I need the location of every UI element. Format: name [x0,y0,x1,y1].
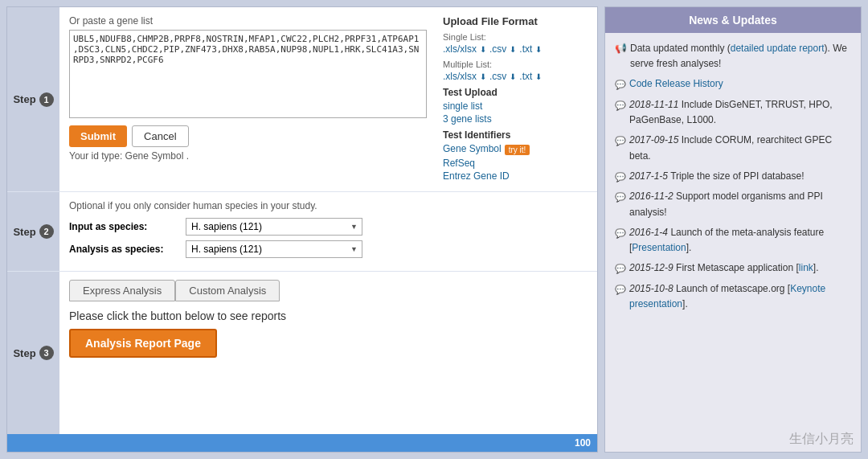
step2-number: 2 [39,224,54,239]
news-date-2: 2017-09-15 [629,134,678,145]
step3-content: Express Analysis Custom Analysis Please … [59,272,597,366]
multi-csv-icon: ⬇ [510,72,516,81]
txt-download-icon: ⬇ [535,45,542,54]
news-icon-6: 💬 [615,262,626,277]
presentation-link[interactable]: Presentation [632,242,686,253]
gene-symbol-link[interactable]: Gene Symbol [443,143,502,154]
try-it-badge[interactable]: try it! [505,145,530,155]
news-header: News & Updates [605,7,861,33]
test-upload-label: Test Upload [443,87,588,98]
test-identifiers-label: Test Identifiers [443,129,588,141]
id-type-text: Your id type: Gene Symbol . [69,150,427,162]
btn-row: Submit Cancel [69,125,427,147]
detailed-update-link[interactable]: detailed update report [731,43,825,54]
step1-content: Or paste a gene list UBL5,NDUFB8,CHMP2B,… [59,7,597,191]
news-item-7-text: 2015-10-8 Launch of metascape.org [Keyno… [629,281,851,312]
upload-area: Upload File Format Single List: .xls/xls… [443,15,588,183]
steps-container: Step 1 Or paste a gene list UBL5,NDUFB8,… [7,7,597,434]
csv-download-icon: ⬇ [510,45,516,54]
step2-label: Step 2 [7,192,59,271]
news-panel: News & Updates 📢 Data updated monthly (d… [604,6,862,453]
watermark: 生信小月亮 [789,431,854,448]
step3-row: Step 3 Express Analysis Custom Analysis … [7,272,597,434]
main-panel: Step 1 Or paste a gene list UBL5,NDUFB8,… [6,6,598,453]
gene-list-area: Or paste a gene list UBL5,NDUFB8,CHMP2B,… [69,15,427,183]
report-hint: Please click the button below to see rep… [69,309,588,322]
progress-value: 100 [575,437,591,449]
entrez-gene-id-link[interactable]: Entrez Gene ID [443,170,588,182]
link-link[interactable]: link [799,262,813,273]
step3-text: Step [13,347,35,359]
news-item-2-text: 2017-09-15 Include CORUM, rearchitect GP… [629,133,851,163]
step2-content: Optional if you only consider human spec… [59,192,597,271]
news-item-5-text: 2016-1-4 Launch of the meta-analysis fea… [629,225,851,256]
analysis-species-row: Analysis as species: H. sapiens (121) [69,240,588,258]
news-intro-icon: 📢 [615,41,627,56]
news-body: 📢 Data updated monthly (detailed update … [605,33,861,452]
single-list-link[interactable]: single list [443,100,588,112]
custom-analysis-tab[interactable]: Custom Analysis [175,280,280,301]
news-item-7: 💬 2015-10-8 Launch of metascape.org [Key… [615,281,851,312]
news-icon-2: 💬 [615,134,626,149]
single-csv-link[interactable]: .csv [489,43,506,55]
gene-list-textarea[interactable]: UBL5,NDUFB8,CHMP2B,PRPF8,NOSTRIN,MFAP1,C… [69,30,427,118]
page-wrapper: Step 1 Or paste a gene list UBL5,NDUFB8,… [0,0,868,459]
multiple-list-label: Multiple List: [443,59,588,69]
input-species-label: Input as species: [69,221,186,232]
news-item-code-release: 💬 Code Release History [615,76,851,92]
gene-symbol-row: Gene Symbol try it! [443,143,588,156]
paste-label: Or paste a gene list [69,15,427,27]
three-gene-lists-link[interactable]: 3 gene lists [443,113,588,125]
news-icon-4: 💬 [615,191,626,205]
step2-hint: Optional if you only consider human spec… [69,200,588,211]
news-item-3-text: 2017-1-5 Triple the size of PPI database… [629,169,804,184]
step1-layout: Or paste a gene list UBL5,NDUFB8,CHMP2B,… [69,15,588,183]
news-item-5: 💬 2016-1-4 Launch of the meta-analysis f… [615,225,851,256]
upload-title: Upload File Format [443,15,588,27]
news-icon-7: 💬 [615,283,626,297]
step1-text: Step [13,93,35,105]
news-icon-0: 💬 [615,78,626,92]
input-species-select-wrapper: H. sapiens (121) [186,218,362,236]
multi-file-links: .xls/xlsx⬇ .csv⬇ .txt⬇ [443,71,588,82]
single-file-links: .xls/xlsx⬇ .csv⬇ .txt⬇ [443,43,588,55]
progress-bar: 100 [7,434,597,452]
cancel-button[interactable]: Cancel [132,125,188,147]
news-item-1: 💬 2018-11-11 Include DisGeNET, TRRUST, H… [615,97,851,128]
multi-txt-link[interactable]: .txt [519,71,532,82]
news-icon-5: 💬 [615,227,626,241]
news-date-3: 2017-1-5 [629,170,668,182]
multi-xls-link[interactable]: .xls/xlsx [443,71,477,82]
news-item-2: 💬 2017-09-15 Include CORUM, rearchitect … [615,133,851,163]
step1-label: Step 1 [7,7,59,191]
news-date-4: 2016-11-2 [629,191,674,202]
news-item-6: 💬 2015-12-9 First Metascape application … [615,260,851,277]
step3-number: 3 [39,346,54,360]
multi-txt-icon: ⬇ [535,72,542,81]
step2-row: Step 2 Optional if you only consider hum… [7,192,597,272]
single-xls-link[interactable]: .xls/xlsx [443,43,477,55]
multi-xls-icon: ⬇ [480,72,486,81]
multi-csv-link[interactable]: .csv [489,71,506,82]
news-icon-3: 💬 [615,170,626,185]
news-icon-1: 💬 [615,99,626,113]
news-intro-text: Data updated monthly (detailed update re… [630,41,851,72]
refseq-link[interactable]: RefSeq [443,158,588,169]
express-analysis-tab[interactable]: Express Analysis [69,280,175,301]
analysis-species-select[interactable]: H. sapiens (121) [186,240,362,258]
submit-button[interactable]: Submit [69,125,127,147]
input-species-select[interactable]: H. sapiens (121) [186,218,362,236]
analysis-report-page-button[interactable]: Analysis Report Page [69,329,217,358]
xls-download-icon: ⬇ [480,45,486,54]
code-release-history-link[interactable]: Code Release History [629,78,723,89]
news-item-6-text: 2015-12-9 First Metascape application [l… [629,260,818,276]
step2-text: Step [13,226,35,238]
analysis-species-label: Analysis as species: [69,244,186,255]
news-date-7: 2015-10-8 [629,283,674,294]
single-txt-link[interactable]: .txt [519,43,532,55]
news-item-4-text: 2016-11-2 Support model organisms and PP… [629,189,851,219]
news-item-0-text: Code Release History [629,76,723,92]
news-date-6: 2015-12-9 [629,262,674,273]
news-item-3: 💬 2017-1-5 Triple the size of PPI databa… [615,169,851,185]
news-date-5: 2016-1-4 [629,227,668,238]
